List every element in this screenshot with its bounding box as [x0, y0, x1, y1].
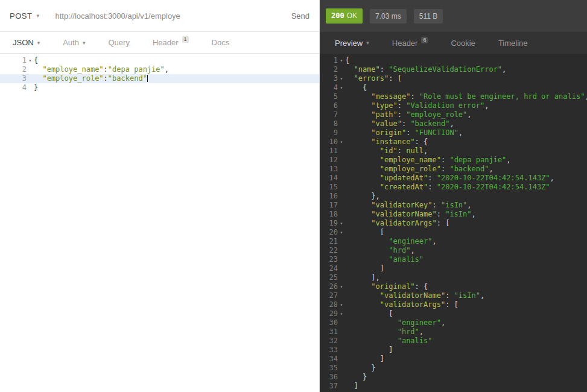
code-line[interactable]: 36 }: [320, 373, 587, 382]
code-line[interactable]: 2 "name": "SequelizeValidationError",: [320, 65, 587, 74]
tab-bars: JSON ▾ Auth ▾ Query Header 1 Docs Previe…: [0, 32, 587, 54]
request-body-editor[interactable]: 1▾{2 "employe_name":"depa panjie",3 "emp…: [0, 54, 319, 92]
code-text: "createdAt": "2020-10-22T04:42:54.143Z": [345, 183, 587, 192]
code-line[interactable]: 34 ]: [320, 355, 587, 364]
code-line[interactable]: 30 "engineer",: [320, 318, 587, 327]
tab-cookie[interactable]: Cookie: [439, 32, 486, 54]
code-line[interactable]: 16 },: [320, 192, 587, 201]
line-number: 22: [320, 246, 338, 255]
code-token: {: [345, 56, 349, 65]
fold-arrow-icon[interactable]: ▾: [338, 300, 345, 309]
code-token: {: [345, 83, 367, 92]
tab-request-header[interactable]: Header 1: [141, 32, 200, 53]
code-line[interactable]: 17 "validatorKey": "isIn",: [320, 201, 587, 210]
code-text: {: [345, 56, 587, 65]
code-token: ,: [419, 327, 424, 336]
fold-arrow-icon[interactable]: ▾: [338, 83, 345, 92]
code-token: },: [345, 192, 380, 200]
code-line[interactable]: 26▾ "original": {: [320, 282, 587, 291]
response-body-viewer[interactable]: 1▾{2 "name": "SequelizeValidationError",…: [320, 54, 587, 391]
line-number: 15: [320, 183, 338, 192]
code-line[interactable]: 15 "createdAt": "2020-10-22T04:42:54.143…: [320, 183, 587, 192]
code-line[interactable]: 3▾ "errors": [: [320, 74, 587, 83]
tab-docs[interactable]: Docs: [200, 32, 241, 53]
fold-arrow-icon[interactable]: ▾: [27, 56, 34, 65]
code-line[interactable]: 33 ]: [320, 346, 587, 355]
code-line[interactable]: 8 "value": "backend",: [320, 119, 587, 128]
fold-spacer: [27, 74, 34, 83]
url-input[interactable]: [55, 11, 291, 21]
code-line[interactable]: 27 "validatorName": "isIn",: [320, 291, 587, 300]
code-text: },: [345, 192, 587, 201]
code-line[interactable]: 10▾ "instance": {: [320, 138, 587, 147]
code-line[interactable]: 32 "analis": [320, 337, 587, 346]
code-token: :: [428, 174, 436, 182]
fold-arrow-icon[interactable]: ▾: [338, 219, 345, 228]
method-dropdown[interactable]: POST ▾: [10, 11, 39, 21]
fold-spacer: [338, 174, 345, 183]
code-line[interactable]: 4▾ {: [320, 83, 587, 92]
code-line[interactable]: 19▾ "validatorArgs": [: [320, 219, 587, 228]
request-body-panel: 1▾{2 "employe_name":"depa panjie",3 "emp…: [0, 54, 320, 392]
code-line[interactable]: 20▾ [: [320, 228, 587, 237]
tab-preview[interactable]: Preview ▾: [323, 32, 381, 54]
tab-auth[interactable]: Auth ▾: [51, 32, 97, 53]
tab-label: Query: [108, 38, 129, 47]
code-token: "original": [345, 282, 415, 291]
line-number: 37: [320, 382, 338, 391]
line-number: 4: [0, 83, 27, 92]
code-line[interactable]: 24 ]: [320, 264, 587, 273]
code-line[interactable]: 29▾ [: [320, 309, 587, 318]
code-line[interactable]: 21 "engineer",: [320, 237, 587, 246]
code-token: ,: [550, 174, 554, 182]
tab-body-json[interactable]: JSON ▾: [1, 32, 51, 53]
code-token: "employe_role": [406, 110, 467, 119]
fold-spacer: [338, 101, 345, 110]
content-panels: 1▾{2 "employe_name":"depa panjie",3 "emp…: [0, 54, 587, 392]
code-text: "validatorName": "isIn",: [345, 210, 587, 219]
code-line[interactable]: 6 "type": "Validation error",: [320, 101, 587, 110]
code-line[interactable]: 23 "analis": [320, 255, 587, 264]
fold-arrow-icon[interactable]: ▾: [338, 282, 345, 291]
tab-label: Header: [153, 38, 179, 47]
code-line[interactable]: 31 "hrd",: [320, 327, 587, 337]
code-line[interactable]: 3 "employe_role":"backend": [0, 74, 319, 83]
code-line[interactable]: 22 "hrd",: [320, 246, 587, 255]
code-token: [: [345, 228, 384, 236]
code-line[interactable]: 9 "origin": "FUNCTION",: [320, 128, 587, 138]
code-line[interactable]: 37 ]: [320, 382, 587, 391]
code-token: : [: [437, 219, 450, 227]
fold-arrow-icon[interactable]: ▾: [338, 309, 345, 318]
code-token: :: [441, 156, 449, 164]
code-text: }: [34, 83, 319, 92]
fold-arrow-icon[interactable]: ▾: [338, 138, 345, 147]
fold-arrow-icon[interactable]: ▾: [338, 56, 345, 65]
fold-arrow-icon[interactable]: ▾: [338, 74, 345, 83]
code-line[interactable]: 4}: [0, 83, 319, 92]
code-text: ]: [345, 264, 587, 273]
code-line[interactable]: 13 "employe_role": "backend",: [320, 165, 587, 174]
send-button[interactable]: Send: [291, 11, 309, 21]
code-line[interactable]: 12 "employe_name": "depa panjie",: [320, 156, 587, 165]
tab-timeline[interactable]: Timeline: [487, 32, 539, 54]
code-line[interactable]: 1▾{: [0, 56, 319, 65]
code-line[interactable]: 7 "path": "employe_role",: [320, 110, 587, 119]
code-token: ,: [484, 101, 489, 110]
code-line[interactable]: 14 "updatedAt": "2020-10-22T04:42:54.143…: [320, 174, 587, 183]
tab-response-header[interactable]: Header 6: [381, 32, 440, 54]
code-token: "type": [345, 101, 398, 110]
fold-arrow-icon[interactable]: ▾: [338, 228, 345, 237]
tab-query[interactable]: Query: [97, 32, 141, 53]
fold-spacer: [338, 201, 345, 210]
text-cursor: [147, 75, 148, 82]
code-line[interactable]: 35 }: [320, 364, 587, 373]
code-line[interactable]: 2 "employe_name":"depa panjie",: [0, 65, 319, 74]
code-token: "employe_role": [345, 165, 441, 173]
code-line[interactable]: 18 "validatorName": "isIn",: [320, 210, 587, 219]
code-line[interactable]: 28▾ "validatorArgs": [: [320, 300, 587, 309]
code-line[interactable]: 11 "id": null,: [320, 147, 587, 156]
code-line[interactable]: 25 ],: [320, 273, 587, 282]
code-line[interactable]: 1▾{: [320, 56, 587, 65]
code-line[interactable]: 5 "message": "Role must be engineer, hrd…: [320, 92, 587, 101]
code-token: ,: [449, 119, 454, 128]
